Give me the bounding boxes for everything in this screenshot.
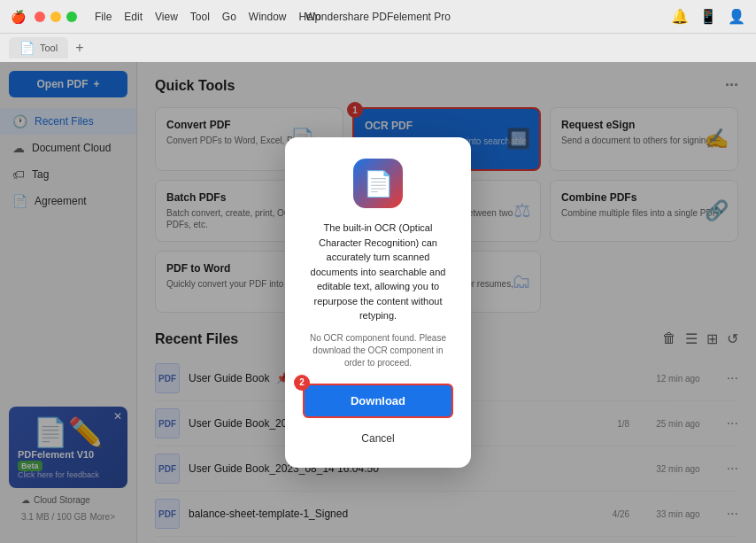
menu-bar: File Edit View Tool Go Window Help: [95, 11, 320, 23]
profile-icon[interactable]: 👤: [728, 8, 745, 25]
app-title: Wondershare PDFelement Pro: [305, 11, 451, 23]
new-tab-button[interactable]: +: [75, 40, 83, 56]
ocr-download-modal: 📄 The built-in OCR (Optical Character Re…: [285, 137, 471, 468]
menu-window[interactable]: Window: [249, 11, 287, 23]
menu-file[interactable]: File: [95, 11, 112, 23]
notification-icon[interactable]: 🔔: [671, 8, 689, 25]
tab-pdf-element[interactable]: 📄 Tool: [9, 37, 68, 58]
modal-badge-number: 2: [294, 375, 310, 391]
titlebar: 🍎 File Edit View Tool Go Window Help Won…: [0, 0, 756, 34]
close-button[interactable]: [35, 12, 45, 22]
menu-view[interactable]: View: [155, 11, 178, 23]
tab-bar: 📄 Tool +: [0, 34, 756, 62]
titlebar-actions: 🔔 📱 👤: [671, 8, 745, 25]
menu-edit[interactable]: Edit: [124, 11, 143, 23]
apple-icon: 🍎: [11, 10, 26, 24]
maximize-button[interactable]: [66, 12, 77, 22]
cancel-button[interactable]: Cancel: [303, 425, 453, 452]
mobile-icon[interactable]: 📱: [699, 8, 717, 25]
modal-overlay: 📄 The built-in OCR (Optical Character Re…: [0, 62, 756, 543]
modal-subtitle: No OCR component found. Please download …: [303, 332, 453, 369]
menu-tool[interactable]: Tool: [190, 11, 210, 23]
traffic-lights: [35, 12, 77, 22]
tab-label: Tool: [40, 43, 58, 53]
modal-title: The built-in OCR (Optical Character Reco…: [303, 221, 453, 323]
modal-app-icon: 📄: [353, 159, 403, 208]
menu-go[interactable]: Go: [222, 11, 236, 23]
download-button[interactable]: Download: [303, 384, 453, 418]
modal-download-section: 2 Download: [303, 384, 453, 425]
minimize-button[interactable]: [50, 12, 61, 22]
